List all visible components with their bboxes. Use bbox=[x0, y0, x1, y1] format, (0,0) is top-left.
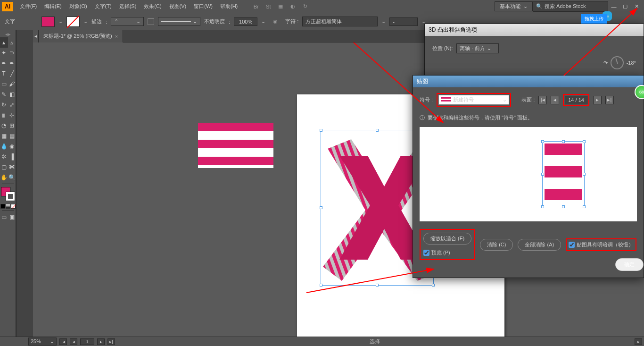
left-panel-strip[interactable] bbox=[16, 30, 33, 337]
close-button[interactable]: ✕ bbox=[632, 2, 641, 11]
symbol-sprayer-tool[interactable]: ✲ bbox=[0, 152, 8, 162]
next-artboard-button[interactable]: ▸ bbox=[97, 338, 105, 345]
menu-view[interactable]: 视图(V) bbox=[165, 0, 190, 13]
line-tool[interactable]: ╱ bbox=[8, 68, 16, 79]
screen-mode-full[interactable]: ▣ bbox=[8, 212, 16, 222]
chevron-down-icon[interactable]: ⌄ bbox=[58, 18, 63, 25]
shaper-tool[interactable]: ✎ bbox=[0, 89, 8, 100]
blend-tool[interactable]: ◉ bbox=[8, 141, 16, 152]
ok-button[interactable]: 确定 bbox=[615, 258, 644, 271]
zoom-tool[interactable]: 🔍 bbox=[8, 172, 16, 183]
color-mode-switches[interactable] bbox=[0, 204, 16, 209]
shade-artwork-checkbox[interactable]: 贴图具有明暗调（较慢） bbox=[569, 241, 634, 248]
prev-surface-button[interactable]: ◂ bbox=[551, 96, 559, 104]
lasso-tool[interactable]: ⊃ bbox=[8, 48, 16, 58]
panel-collapse-icon[interactable]: ◂▸ bbox=[0, 31, 16, 37]
last-artboard-button[interactable]: ▸| bbox=[107, 338, 115, 345]
stock-icon[interactable]: St bbox=[263, 1, 273, 12]
screen-mode-normal[interactable]: ▭ bbox=[0, 212, 8, 222]
rotate-tool[interactable]: ↻ bbox=[0, 100, 8, 110]
perspective-tool[interactable]: ⊞ bbox=[8, 120, 16, 131]
status-bar: 25%⌄ |◂ ◂ 1 ▸ ▸| 选择 ▸ bbox=[0, 337, 644, 346]
sync-icon[interactable]: ↻ bbox=[300, 1, 310, 12]
scale-tool[interactable]: ⤢ bbox=[8, 100, 16, 110]
gradient-tool[interactable]: ▤ bbox=[8, 131, 16, 141]
chevron-down-icon[interactable]: ⌄ bbox=[83, 18, 88, 25]
font-style-dropdown[interactable]: - bbox=[389, 17, 418, 26]
bridge-icon[interactable]: Br bbox=[251, 1, 261, 12]
stripes-symbol-object[interactable] bbox=[198, 123, 273, 168]
selection-tool[interactable]: ▴ bbox=[0, 37, 8, 48]
gpu-icon[interactable]: ◐ bbox=[288, 1, 298, 12]
shape-builder-tool[interactable]: ◔ bbox=[0, 120, 8, 131]
surface-label: 表面 : bbox=[521, 96, 535, 103]
dialog-title[interactable]: 3D 凸出和斜角选项 bbox=[425, 24, 644, 36]
font-family-dropdown[interactable]: 方正超粗黑简体 bbox=[302, 17, 378, 26]
menu-file[interactable]: 文件(F) bbox=[16, 0, 41, 13]
scale-to-fit-button[interactable]: 缩放以适合 (F) bbox=[423, 233, 471, 245]
chevron-down-icon[interactable]: ⌄ bbox=[381, 18, 386, 25]
workspace-switcher[interactable]: 基本功能⌄ bbox=[495, 1, 533, 11]
mesh-tool[interactable]: ▦ bbox=[0, 131, 8, 141]
arrange-icon[interactable]: ▦ bbox=[275, 1, 286, 12]
eyedropper-tool[interactable]: 💧 bbox=[0, 141, 8, 152]
brush-dropdown[interactable]: ⌄ bbox=[158, 17, 200, 26]
menu-object[interactable]: 对象(O) bbox=[66, 0, 91, 13]
magic-wand-tool[interactable]: ✦ bbox=[0, 48, 8, 58]
angle-dial[interactable] bbox=[611, 56, 624, 69]
restore-button[interactable]: ▢ bbox=[620, 2, 630, 11]
stroke-var-icon[interactable] bbox=[148, 18, 154, 25]
chevron-down-icon[interactable]: ⌄ bbox=[261, 18, 265, 25]
menu-effect[interactable]: 效果(C) bbox=[140, 0, 165, 13]
last-surface-button[interactable]: ▸| bbox=[605, 96, 614, 104]
preview-selection-box[interactable] bbox=[542, 141, 585, 207]
preview-checkbox[interactable]: 预览 (P) bbox=[423, 249, 471, 256]
graph-tool[interactable]: ▐ bbox=[8, 152, 16, 162]
map-preview-pane[interactable] bbox=[420, 127, 637, 221]
free-transform-tool[interactable]: ⊹ bbox=[8, 110, 16, 120]
slice-tool[interactable]: ✀ bbox=[8, 162, 16, 172]
fill-swatch[interactable] bbox=[41, 17, 55, 27]
dialog-title[interactable]: 贴图 bbox=[413, 76, 644, 87]
first-surface-button[interactable]: |◂ bbox=[538, 96, 547, 104]
annotation-highlight: 14 / 14 bbox=[563, 94, 589, 106]
artboard-tool[interactable]: ▢ bbox=[0, 162, 8, 172]
hand-tool[interactable]: ✋ bbox=[0, 172, 8, 183]
next-surface-button[interactable]: ▸ bbox=[593, 96, 602, 104]
first-artboard-button[interactable]: |◂ bbox=[59, 338, 67, 345]
menu-edit[interactable]: 编辑(E) bbox=[41, 0, 66, 13]
menu-select[interactable]: 选择(S) bbox=[116, 0, 140, 13]
doc-collapse-icon[interactable]: ◂ bbox=[33, 30, 39, 42]
search-input[interactable]: 🔍搜索 Adobe Stock bbox=[533, 1, 608, 12]
eraser-tool[interactable]: ◧ bbox=[8, 89, 16, 100]
rectangle-tool[interactable]: ▭ bbox=[0, 79, 8, 89]
rotate-icon[interactable]: ↷ bbox=[603, 60, 608, 66]
menu-type[interactable]: 文字(T) bbox=[91, 0, 116, 13]
position-dropdown[interactable]: 离轴 - 前方 ⌄ bbox=[456, 43, 499, 53]
close-tab-icon[interactable]: × bbox=[115, 34, 118, 39]
symbol-dropdown[interactable]: 新建符号 ⌄ bbox=[438, 95, 509, 105]
fill-stroke-indicator[interactable] bbox=[1, 187, 15, 201]
paintbrush-tool[interactable]: 🖌 bbox=[8, 79, 16, 89]
menu-window[interactable]: 窗口(W) bbox=[190, 0, 216, 13]
curvature-tool[interactable]: ✒ bbox=[8, 58, 16, 68]
clear-all-button[interactable]: 全部清除 (A) bbox=[518, 239, 561, 251]
artboard-number[interactable]: 1 bbox=[80, 338, 94, 345]
pen-tool[interactable]: ✒ bbox=[0, 58, 8, 68]
type-tool[interactable]: T bbox=[0, 68, 8, 79]
upload-badge[interactable]: 拖拽上传 bbox=[581, 14, 607, 24]
direct-selection-tool[interactable]: ▵ bbox=[8, 37, 16, 48]
width-tool[interactable]: ⫼ bbox=[0, 110, 8, 120]
opacity-input[interactable]: 100% bbox=[234, 17, 257, 26]
tool-panel: ◂▸ ▴▵ ✦⊃ ✒✒ T╱ ▭🖌 ✎◧ ↻⤢ ⫼⊹ ◔⊞ ▦▤ 💧◉ ✲▐ ▢… bbox=[0, 30, 16, 337]
stroke-swatch[interactable] bbox=[66, 17, 80, 27]
menu-help[interactable]: 帮助(H) bbox=[216, 0, 241, 13]
minimize-button[interactable]: — bbox=[609, 2, 619, 11]
zoom-dropdown[interactable]: 25%⌄ bbox=[28, 338, 57, 346]
document-tab[interactable]: 未标题-1* @ 25% (RGB/预览) × bbox=[39, 30, 123, 42]
recolor-icon[interactable]: ◉ bbox=[270, 17, 281, 27]
prev-artboard-button[interactable]: ◂ bbox=[70, 338, 77, 345]
clear-button[interactable]: 清除 (C) bbox=[480, 239, 513, 251]
stroke-weight-dropdown[interactable]: ⌃⌄ bbox=[111, 17, 144, 26]
scroll-right-button[interactable]: ▸ bbox=[635, 338, 642, 345]
